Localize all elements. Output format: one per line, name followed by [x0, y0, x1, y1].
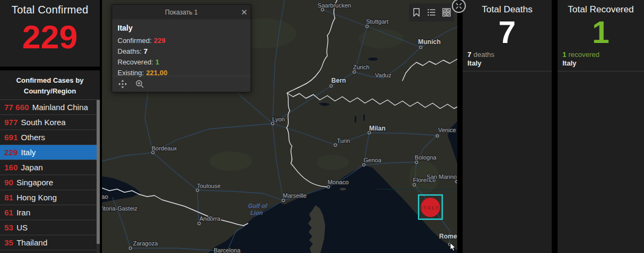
country-row-thailand[interactable]: 35Thailand	[0, 235, 97, 250]
city-dot	[420, 46, 422, 49]
city-dot	[282, 199, 285, 202]
city-dot	[196, 189, 199, 192]
city-dot	[198, 222, 201, 225]
country-name: Hong Kong	[17, 193, 57, 202]
country-row-hong-kong[interactable]: 81Hong Kong	[0, 190, 97, 205]
city-label: Vaduz	[375, 72, 391, 78]
country-row-us[interactable]: 53US	[0, 220, 97, 235]
recovered-detail-count: 1	[562, 50, 566, 59]
sea-label-line1: Gulf of	[248, 203, 268, 209]
city-label: Lyon	[272, 116, 284, 122]
city-label: San Marino	[427, 174, 457, 180]
city-label: Zurich	[353, 64, 370, 70]
country-name: Iran	[17, 208, 31, 217]
popup-field: Confirmed:229	[118, 35, 245, 46]
country-row-south-korea[interactable]: 977South Korea	[0, 114, 97, 129]
city-dot	[415, 161, 418, 164]
deaths-detail-row[interactable]: 7deaths Italy	[463, 49, 552, 68]
country-count: 53	[4, 223, 13, 232]
country-name: Others	[21, 133, 45, 142]
country-list-header-line2: Country/Region	[0, 86, 100, 97]
country-count: 35	[4, 238, 13, 247]
popup-header-title: Показать 1	[112, 9, 238, 16]
city-label: Marseille	[283, 192, 306, 199]
city-dot	[327, 186, 330, 189]
city-label: Bordeaux	[151, 145, 177, 151]
country-list-header: Confirmed Cases by Country/Region	[0, 70, 100, 99]
city-label: Stuttgart	[366, 18, 389, 25]
city-label: Bilbao	[102, 193, 108, 200]
country-row-iran[interactable]: 61Iran	[0, 205, 97, 220]
border-alps-band	[287, 93, 457, 109]
bookmark-icon[interactable]	[411, 6, 422, 18]
city-label: Vitoria-Gasteiz	[102, 205, 137, 212]
city-label: Turin	[337, 138, 350, 144]
city-dot	[353, 71, 356, 74]
country-count: 977	[4, 118, 18, 127]
city-dot	[321, 9, 324, 11]
country-count: 61	[4, 208, 13, 217]
city-dot	[334, 144, 337, 147]
popup-fields: Confirmed:229Deaths:7Recovered:1Existing…	[118, 35, 245, 78]
map[interactable]: Gulf of Lion SaarbruckenStuttgartMunichZ…	[102, 0, 457, 253]
country-count: 160	[4, 163, 18, 172]
city-label: Bologna	[415, 154, 437, 161]
map-toolbar	[409, 3, 454, 21]
total-confirmed-value: 229	[0, 16, 100, 58]
city-dot	[363, 164, 365, 167]
country-name: Japan	[21, 163, 43, 172]
divider	[463, 71, 552, 71]
popup-header[interactable]: Показать 1 ✕	[112, 5, 251, 19]
popup-footer	[112, 76, 251, 92]
country-name: Singapore	[17, 178, 53, 187]
total-confirmed-title: Total Confirmed	[0, 0, 100, 16]
popup-title: Italy	[118, 24, 245, 32]
recovered-detail-row[interactable]: 1recovered Italy	[558, 49, 644, 68]
close-icon[interactable]: ✕	[238, 5, 251, 19]
feature-popup: Показать 1 ✕ Italy Confirmed:229Deaths:7…	[112, 4, 251, 92]
country-name: Mainland China	[32, 103, 88, 112]
total-deaths-card: Total Deaths 7 7deaths Italy	[463, 0, 552, 253]
zoom-in-icon[interactable]	[135, 79, 144, 89]
total-recovered-title: Total Recovered	[558, 0, 644, 15]
list-scrollbar[interactable]	[97, 99, 100, 253]
country-row-singapore[interactable]: 90Singapore	[0, 175, 97, 190]
country-row-others[interactable]: 691Others	[0, 129, 97, 144]
deaths-detail-count: 7	[467, 50, 471, 59]
city-label: Andorra	[199, 215, 221, 222]
city-label: Milan	[369, 125, 386, 132]
city-dot	[366, 25, 369, 28]
pan-icon[interactable]	[118, 79, 127, 89]
city-dot	[413, 184, 416, 186]
country-row-mainland-china[interactable]: 77 660Mainland China	[0, 99, 97, 114]
country-name: Italy	[21, 148, 36, 157]
city-label: Bern	[331, 77, 346, 84]
country-list: 77 660Mainland China977South Korea691Oth…	[0, 99, 100, 250]
city-label: Barcelona	[214, 247, 240, 253]
country-count: 81	[4, 193, 13, 202]
city-dot	[449, 243, 451, 246]
deaths-detail-region: Italy	[467, 59, 552, 68]
legend-icon[interactable]	[426, 6, 437, 18]
city-label: Rome	[439, 233, 457, 240]
basemap-icon[interactable]	[441, 6, 452, 18]
total-deaths-value: 7	[463, 15, 552, 49]
recovered-detail-region: Italy	[562, 59, 644, 68]
popup-field-label: Deaths:	[118, 47, 142, 55]
country-row-italy[interactable]: 229Italy	[0, 144, 97, 160]
popup-field: Deaths:7	[118, 46, 245, 57]
city-dot	[129, 247, 132, 250]
popup-field: Recovered:1	[118, 57, 245, 68]
country-row-japan[interactable]: 160Japan	[0, 160, 97, 175]
city-label: Toulouse	[197, 183, 221, 189]
border-austria-germany	[402, 59, 457, 81]
country-count: 90	[4, 178, 13, 187]
country-list-header-line1: Confirmed Cases by	[0, 75, 100, 86]
city-dot	[330, 85, 333, 88]
city-label: Genoa	[363, 157, 382, 163]
divider	[558, 71, 644, 71]
total-recovered-card: Total Recovered 1 1recovered Italy	[558, 0, 644, 253]
recovered-detail-label: recovered	[568, 50, 599, 59]
popup-field-value: 7	[144, 47, 148, 55]
list-scrollbar-thumb[interactable]	[97, 100, 100, 244]
